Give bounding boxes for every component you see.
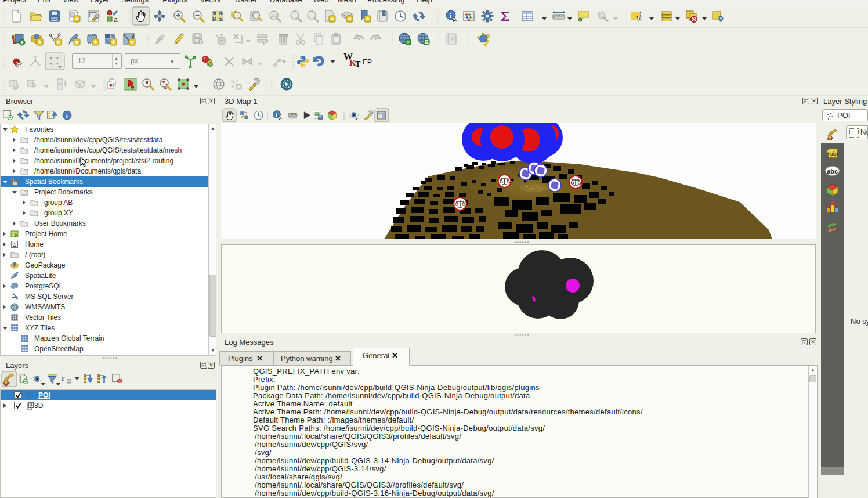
svg-text:EP: EP (363, 58, 372, 66)
svg-text:abc: abc (830, 151, 838, 157)
svg-text:abc: abc (827, 168, 838, 175)
svg-text:T: T (355, 60, 361, 68)
